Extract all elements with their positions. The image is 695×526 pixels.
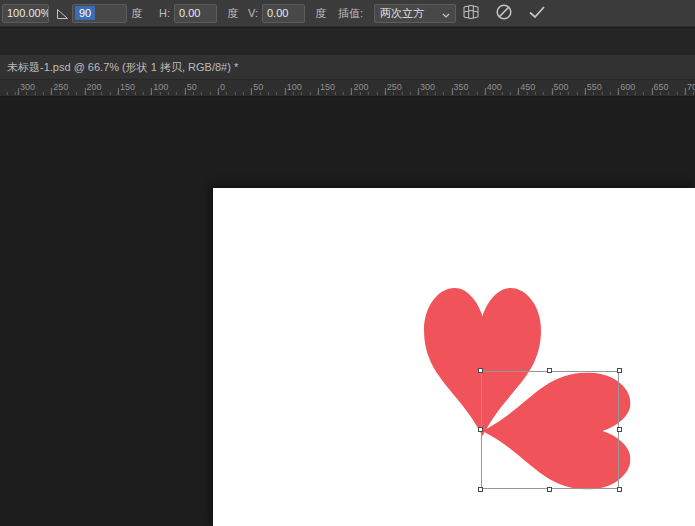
ruler-unit-label: 300 (420, 82, 435, 92)
transform-bounding-box[interactable] (481, 371, 619, 489)
transform-handle-top-right[interactable] (617, 368, 622, 373)
horizontal-ruler[interactable]: 3002502001501005005010015020025030035040… (0, 80, 695, 97)
transform-handle-bottom-middle[interactable] (547, 487, 552, 492)
ruler-unit-label: 100 (153, 82, 168, 92)
ruler-unit-label: 50 (253, 82, 263, 92)
chevron-down-icon (442, 8, 450, 20)
ruler-unit-label: 50 (187, 82, 197, 92)
v-skew-label: V: (248, 0, 258, 27)
ruler-unit-label: 0 (220, 82, 225, 92)
document-tab-title[interactable]: 未标题-1.psd @ 66.7% (形状 1 拷贝, RGB/8#) * (0, 55, 695, 79)
ruler-unit-label: 650 (654, 82, 669, 92)
ruler-unit-label: 150 (120, 82, 135, 92)
transform-handle-top-left[interactable] (478, 368, 483, 373)
ruler-unit-label: 100 (287, 82, 302, 92)
ruler-unit-label: 200 (353, 82, 368, 92)
v-skew-unit-label: 度 (315, 0, 326, 27)
warp-mode-button[interactable] (459, 2, 483, 25)
commit-transform-button[interactable] (525, 2, 549, 25)
angle-icon (56, 8, 69, 20)
ruler-unit-label: 300 (20, 82, 35, 92)
scale-input[interactable]: 100.00% (2, 4, 49, 23)
cancel-transform-button[interactable] (492, 2, 516, 25)
document-tab-bar: 未标题-1.psd @ 66.7% (形状 1 拷贝, RGB/8#) * (0, 55, 695, 80)
interpolation-value: 两次立方 (380, 6, 424, 21)
cancel-transform-icon (495, 3, 513, 25)
transform-options-bar: 100.00% 90 度 H: 0.00 度 V: 0.00 度 插值: 两次立… (0, 0, 695, 27)
ruler-unit-label: 500 (554, 82, 569, 92)
ruler-unit-label: 350 (453, 82, 468, 92)
document-canvas[interactable] (213, 188, 695, 526)
h-skew-label: H: (159, 0, 170, 27)
transform-handle-bottom-left[interactable] (478, 487, 483, 492)
h-skew-unit-label: 度 (227, 0, 238, 27)
transform-handle-middle-right[interactable] (617, 427, 622, 432)
transform-handle-bottom-right[interactable] (617, 487, 622, 492)
rotation-angle-input[interactable]: 90 (72, 4, 127, 23)
commit-transform-icon (528, 5, 546, 23)
photoshop-window: 100.00% 90 度 H: 0.00 度 V: 0.00 度 插值: 两次立… (0, 0, 695, 526)
transform-handle-top-middle[interactable] (547, 368, 552, 373)
ruler-unit-label: 450 (520, 82, 535, 92)
transform-handle-middle-left[interactable] (478, 427, 483, 432)
window-frame-strip (0, 28, 695, 55)
ruler-unit-label: 250 (53, 82, 68, 92)
ruler-unit-label: 400 (487, 82, 502, 92)
interpolation-select[interactable]: 两次立方 (374, 4, 456, 23)
rotation-unit-label: 度 (131, 0, 142, 27)
ruler-unit-label: 550 (587, 82, 602, 92)
ruler-unit-label: 250 (387, 82, 402, 92)
ruler-unit-label: 600 (620, 82, 635, 92)
interpolation-label: 插值: (338, 0, 363, 27)
h-skew-input[interactable]: 0.00 (174, 4, 217, 23)
rotation-angle-selected-text: 90 (75, 6, 95, 20)
ruler-unit-label: 150 (320, 82, 335, 92)
warp-mode-icon (462, 4, 480, 24)
ruler-unit-label: 70 (687, 82, 695, 92)
canvas-area (0, 97, 695, 526)
ruler-unit-label: 200 (87, 82, 102, 92)
v-skew-input[interactable]: 0.00 (262, 4, 305, 23)
